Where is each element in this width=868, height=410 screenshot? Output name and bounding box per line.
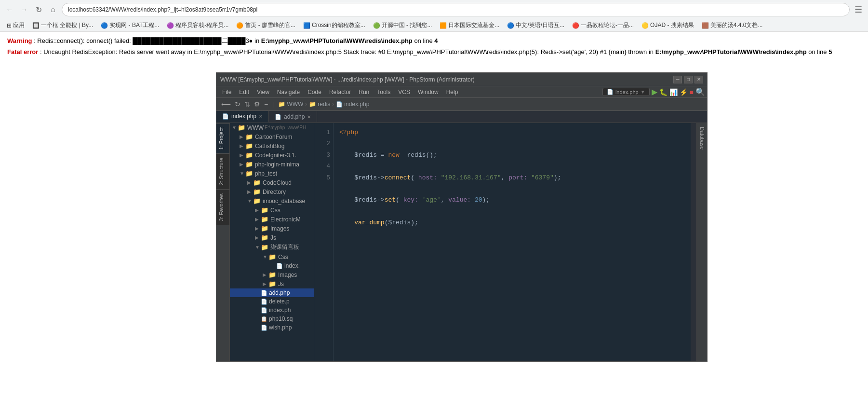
tree-item-directory[interactable]: ▶ 📁 Directory <box>230 187 314 196</box>
tree-item-imooc[interactable]: ▼ 📁 imooc_database <box>230 196 314 205</box>
stop-button[interactable]: ■ <box>690 88 694 96</box>
tree-item-images1[interactable]: ▶ 📁 Images <box>230 224 314 233</box>
www-icon: 📁 <box>238 124 245 131</box>
run-config-dropdown-icon[interactable]: ▼ <box>641 89 645 95</box>
run-button[interactable]: ▶ <box>652 87 657 96</box>
menu-tools[interactable]: Tools <box>373 88 394 96</box>
close-button[interactable]: ✕ <box>694 76 703 83</box>
bookmark-apps[interactable]: ⊞ 应用 <box>4 20 27 30</box>
code-line-2: $redis = new redis(); <box>339 150 685 161</box>
tree-arrow-css2: ▼ <box>263 254 268 260</box>
side-tab-database[interactable]: Database <box>698 123 707 153</box>
tree-expand-button[interactable]: ⟵ <box>220 99 232 109</box>
tree-sync-button[interactable]: ↻ <box>234 99 241 109</box>
menu-edit[interactable]: Edit <box>235 88 253 96</box>
bookmark-kaiyuan[interactable]: 🟢 开源中国 - 找到您... <box>370 20 435 30</box>
tree-item-cartoonForum[interactable]: ▶ 📁 CartoonForum <box>230 132 314 141</box>
debug-button[interactable]: 🐛 <box>659 88 668 96</box>
add-php-tab-close[interactable]: ✕ <box>307 114 311 120</box>
bookmark-ojad[interactable]: 🟡 OJAD - 搜索结果 <box>639 20 697 30</box>
breadcrumb-www[interactable]: 📁 WWW <box>278 101 303 108</box>
coverage-button[interactable]: 📊 <box>669 88 678 96</box>
apps-icon: ⊞ <box>7 22 12 29</box>
menu-code[interactable]: Code <box>304 88 325 96</box>
bookmark-crossin[interactable]: 🟦 Crossin的编程教室... <box>300 20 368 30</box>
tree-item-php-test[interactable]: ▼ 📁 php_test <box>230 169 314 178</box>
index-php-tab-icon: 📄 <box>222 113 229 120</box>
tab-add-php[interactable]: 📄 add.php ✕ <box>269 111 317 122</box>
menu-button[interactable]: ☰ <box>853 4 864 15</box>
minimize-button[interactable]: ─ <box>673 76 682 83</box>
add-php-tab-icon: 📄 <box>275 114 281 120</box>
tree-item-baijiao[interactable]: ▼ 📁 柒课留言板 <box>230 242 314 252</box>
bookmark-icon-5: 🟦 <box>303 22 310 29</box>
menu-vcs[interactable]: VCS <box>394 88 414 96</box>
tree-item-indexCss[interactable]: 📄 index. <box>230 261 314 270</box>
address-bar[interactable] <box>62 3 850 16</box>
tree-item-js2[interactable]: ▶ 📁 Js <box>230 279 314 288</box>
refresh-button[interactable]: ↻ <box>33 4 44 15</box>
index-php-tab-close[interactable]: ✕ <box>259 114 263 119</box>
bookmark-shouye[interactable]: 🟠 首页 - 廖雪峰的官... <box>233 20 298 30</box>
tree-item-indexPhp[interactable]: 📄 index.ph <box>230 306 314 314</box>
tree-arrow-codeCloud: ▶ <box>247 180 253 185</box>
tree-root-www[interactable]: ▼ 📁 WWW E:\myphp_www\PH <box>230 123 314 132</box>
menu-help[interactable]: Help <box>442 88 462 96</box>
tree-item-js1[interactable]: ▶ 📁 Js <box>230 233 314 242</box>
profile-button[interactable]: ⚡ <box>680 88 688 96</box>
menu-run[interactable]: Run <box>355 88 373 96</box>
tree-item-deletePhp[interactable]: 📄 delete.p <box>230 297 314 306</box>
tree-arrow-baijiao: ▼ <box>255 245 261 250</box>
code-content[interactable]: <?php $redis = new redis(); $redis->conn… <box>334 123 691 361</box>
bookmark-shixianwang[interactable]: 🔵 实现网 - BAT工程... <box>98 20 162 30</box>
tree-arrow-js1: ▶ <box>255 235 261 240</box>
tree-item-codeCloud[interactable]: ▶ 📁 CodeCloud <box>230 178 314 187</box>
tree-item-electronicM[interactable]: ▶ 📁 ElectronicM <box>230 215 314 224</box>
index-php-tab-label: index.php <box>231 113 256 120</box>
tree-arrow-catfishblog: ▶ <box>240 143 245 149</box>
tree-item-wishPhp[interactable]: 📄 wish.php <box>230 323 314 332</box>
bookmark-quannenghuan[interactable]: 🔲 一个框 全能搜 | By... <box>29 20 96 30</box>
tree-item-catfishblog[interactable]: ▶ 📁 CatfishBlog <box>230 141 314 150</box>
bookmark-chinese[interactable]: 🔵 中文/英语/日语互... <box>504 20 567 30</box>
tree-item-css1[interactable]: ▶ 📁 Css <box>230 205 314 215</box>
menu-window[interactable]: Window <box>414 88 442 96</box>
tree-item-addPhp[interactable]: 📄 add.php <box>230 288 314 297</box>
tree-collapse-button[interactable]: − <box>263 99 269 109</box>
bookmark-chengxuyuan[interactable]: 🟣 程序员客栈-程序员... <box>164 20 231 30</box>
side-tab-favorites[interactable]: 3: Favorites <box>216 189 229 225</box>
side-tab-structure[interactable]: 2: Structure <box>216 153 229 189</box>
menu-refactor[interactable]: Refactor <box>325 88 355 96</box>
tab-index-php[interactable]: 📄 index.php ✕ <box>216 111 269 123</box>
browser-chrome: ← → ↻ ⌂ ☰ ⊞ 应用 🔲 一个框 全能搜 | By... 🔵 实现网 -… <box>0 0 868 32</box>
menu-navigate[interactable]: Navigate <box>273 88 304 96</box>
side-tab-project[interactable]: 1: Project <box>216 123 229 153</box>
tree-sort-button[interactable]: ⇅ <box>243 99 251 109</box>
tree-arrow-www: ▼ <box>232 125 238 130</box>
tree-item-php10Sql[interactable]: 📋 php10.sq <box>230 314 314 323</box>
breadcrumb-redis[interactable]: 📁 redis <box>309 101 330 108</box>
warning-filepath: E:\myphp_www\PHPTutorial\WWW\redis\index… <box>261 37 413 44</box>
tree-item-codeigniter[interactable]: ▶ 📁 CodeIgniter-3.1. <box>230 150 314 160</box>
back-button[interactable]: ← <box>4 4 15 15</box>
breadcrumb-indexphp[interactable]: 📄 index.php <box>336 101 369 108</box>
tree-settings-button[interactable]: ⚙ <box>253 99 261 109</box>
maximize-button[interactable]: □ <box>684 76 693 83</box>
bookmark-icon-9: 🔴 <box>572 22 579 29</box>
search-everywhere-button[interactable]: 🔍 <box>695 87 705 96</box>
forward-button[interactable]: → <box>18 4 30 15</box>
bookmark-meilide[interactable]: 🟫 美丽的汤4.4.0文档... <box>699 20 766 30</box>
tree-item-css2[interactable]: ▼ 📁 Css <box>230 252 314 261</box>
menu-view[interactable]: View <box>253 88 273 96</box>
bookmark-riben[interactable]: 🟧 日本国际交流基金... <box>437 20 502 30</box>
tree-item-php-login[interactable]: ▶ 📁 php-login-minima <box>230 160 314 169</box>
code-editor: 1 2 3 4 5 <?php $redis = new redis(); $r… <box>314 123 696 361</box>
bookmark-yipin[interactable]: 🔴 一品教程论坛-一品... <box>569 20 637 30</box>
tree-item-images2[interactable]: ▶ 📁 Images <box>230 270 314 279</box>
menu-bar: File Edit View Navigate Code Refactor Ru… <box>216 86 707 98</box>
tree-label-wishPhp: wish.php <box>269 324 292 331</box>
breadcrumb-www-label: WWW <box>287 101 303 108</box>
home-button[interactable]: ⌂ <box>47 4 59 15</box>
menu-file[interactable]: File <box>218 88 235 96</box>
vertical-scrollbar[interactable] <box>691 123 696 361</box>
